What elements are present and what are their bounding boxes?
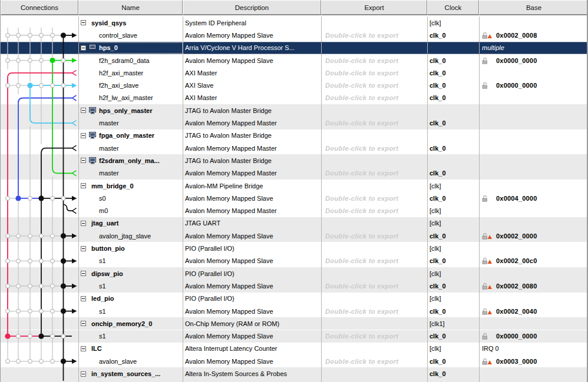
clock-cell[interactable]: clk_0 <box>427 54 479 67</box>
collapse-minus-icon[interactable] <box>81 133 86 138</box>
base-cell[interactable] <box>479 16 588 29</box>
export-cell[interactable]: Double-click to export <box>321 54 427 67</box>
export-cell[interactable]: Double-click to export <box>321 330 427 343</box>
module-row-hps_0[interactable]: hps_0Arria V/Cyclone V Hard Processor S.… <box>1 42 588 54</box>
module-row-dipsw_pio[interactable]: dipsw_pioPIO (Parallel I/O)[clk] <box>1 267 588 280</box>
name-cell[interactable]: s1 <box>78 330 183 343</box>
name-cell[interactable]: dipsw_pio <box>78 267 183 280</box>
collapse-minus-icon[interactable] <box>81 221 86 226</box>
export-cell[interactable] <box>321 16 427 29</box>
lock-with-red-flag-icon[interactable] <box>482 32 493 39</box>
export-cell[interactable] <box>321 317 427 330</box>
name-cell[interactable]: f2h_sdram0_data <box>78 54 183 67</box>
module-row-fpga_only_master[interactable]: fpga_only_masterJTAG to Avalon Master Br… <box>1 129 588 142</box>
name-cell[interactable]: s1 <box>78 255 183 267</box>
base-cell[interactable] <box>479 104 588 117</box>
export-cell[interactable]: Double-click to export <box>321 92 427 104</box>
name-cell[interactable]: control_slave <box>78 29 183 41</box>
module-row-led_pio[interactable]: led_pioPIO (Parallel I/O)[clk] <box>1 293 588 305</box>
base-address[interactable]: 0x0002_0080 <box>496 283 537 290</box>
name-cell[interactable]: mm_bridge_0 <box>78 180 183 192</box>
clock-cell[interactable] <box>427 129 479 142</box>
clock-cell[interactable]: [clk] <box>427 267 479 280</box>
name-cell[interactable]: master <box>78 167 183 180</box>
port-row-f2h_sdram0_data[interactable]: f2h_sdram0_dataAvalon Memory Mapped Slav… <box>1 54 588 67</box>
collapse-minus-icon[interactable] <box>81 271 86 276</box>
base-cell[interactable] <box>479 167 588 180</box>
lock-with-red-flag-icon[interactable] <box>482 283 493 290</box>
name-cell[interactable]: s1 <box>78 305 183 317</box>
export-placeholder-text[interactable]: Double-click to export <box>325 358 398 365</box>
base-address[interactable]: 0x0000_0000 <box>496 82 537 89</box>
port-row-s1[interactable]: s1Avalon Memory Mapped SlaveDouble-click… <box>1 305 588 317</box>
column-separator[interactable] <box>321 16 322 382</box>
base-cell[interactable]: 0x0002_0008 <box>479 29 588 41</box>
base-address[interactable]: 0x0002_00c0 <box>496 257 537 264</box>
collapse-minus-icon[interactable] <box>81 371 86 377</box>
export-placeholder-text[interactable]: Double-click to export <box>325 232 398 240</box>
export-placeholder-text[interactable]: Double-click to export <box>325 257 398 264</box>
clock-cell[interactable]: [clk] <box>427 343 479 355</box>
export-placeholder-text[interactable]: Double-click to export <box>325 69 398 77</box>
export-placeholder-text[interactable]: Double-click to export <box>325 333 398 340</box>
column-separator[interactable] <box>183 16 183 382</box>
export-cell[interactable]: Double-click to export <box>321 192 427 204</box>
export-cell[interactable] <box>321 42 427 54</box>
export-cell[interactable] <box>321 242 427 254</box>
port-row-master[interactable]: masterAvalon Memory Mapped MasterDouble-… <box>1 117 588 129</box>
clock-cell[interactable]: clk_0 <box>427 67 479 79</box>
port-row-control_slave[interactable]: control_slaveAvalon Memory Mapped SlaveD… <box>1 29 588 41</box>
name-cell[interactable]: button_pio <box>78 242 183 254</box>
export-cell[interactable]: Double-click to export <box>321 205 427 217</box>
clock-cell[interactable]: clk_0 <box>427 330 479 343</box>
column-separator[interactable] <box>427 16 428 382</box>
export-placeholder-text[interactable]: Double-click to export <box>325 283 398 290</box>
clock-cell[interactable]: clk_0 <box>427 29 479 41</box>
clock-cell[interactable]: clk_0 <box>427 192 479 204</box>
base-cell[interactable] <box>479 129 588 142</box>
name-cell[interactable]: master <box>78 142 183 154</box>
clock-cell[interactable] <box>427 42 479 54</box>
base-cell[interactable] <box>479 367 588 380</box>
port-row-s1[interactable]: s1Avalon Memory Mapped SlaveDouble-click… <box>1 280 588 292</box>
port-row-s1[interactable]: s1Avalon Memory Mapped SlaveDouble-click… <box>1 255 588 267</box>
port-row-avalon_jtag_slave[interactable]: avalon_jtag_slaveAvalon Memory Mapped Sl… <box>1 230 588 242</box>
collapse-minus-icon[interactable] <box>81 45 86 51</box>
port-row-h2f_axi_master[interactable]: h2f_axi_masterAXI MasterDouble-click to … <box>1 67 588 79</box>
port-row-s1[interactable]: s1Avalon Memory Mapped SlaveDouble-click… <box>1 330 588 343</box>
unlocked-lock-icon[interactable] <box>482 82 493 89</box>
base-cell[interactable] <box>479 92 588 104</box>
export-cell[interactable]: Double-click to export <box>321 29 427 41</box>
port-row-avalon_slave[interactable]: avalon_slaveAvalon Memory Mapped SlaveDo… <box>1 355 588 367</box>
name-cell[interactable]: s1 <box>78 280 183 292</box>
lock-with-red-flag-icon[interactable] <box>482 232 493 240</box>
clock-cell[interactable]: clk_0 <box>427 142 479 154</box>
collapse-minus-icon[interactable] <box>81 346 86 351</box>
base-address[interactable]: 0x0002_0008 <box>496 32 537 39</box>
name-cell[interactable]: jtag_uart <box>78 217 183 230</box>
port-row-master[interactable]: masterAvalon Memory Mapped MasterDouble-… <box>1 142 588 154</box>
export-placeholder-text[interactable]: Double-click to export <box>325 308 398 315</box>
base-cell[interactable]: IRQ 0 <box>479 343 588 355</box>
base-cell[interactable] <box>479 317 588 330</box>
name-cell[interactable]: led_pio <box>78 293 183 305</box>
name-cell[interactable]: avalon_slave <box>78 355 183 367</box>
base-address[interactable]: 0x0000_0000 <box>496 57 537 64</box>
base-cell[interactable]: 0x0002_0080 <box>479 280 588 292</box>
export-cell[interactable] <box>321 104 427 117</box>
export-cell[interactable]: Double-click to export <box>321 230 427 242</box>
clock-cell[interactable]: [clk1] <box>427 317 479 330</box>
clock-cell[interactable]: clk_0 <box>427 117 479 129</box>
module-row-button_pio[interactable]: button_pioPIO (Parallel I/O)[clk] <box>1 242 588 254</box>
base-cell[interactable] <box>479 142 588 154</box>
base-cell[interactable] <box>479 205 588 217</box>
name-cell[interactable]: onchip_memory2_0 <box>78 317 183 330</box>
name-cell[interactable]: master <box>78 117 183 129</box>
name-cell[interactable]: f2h_axi_slave <box>78 79 183 92</box>
export-placeholder-text[interactable]: Double-click to export <box>325 57 398 64</box>
clock-cell[interactable]: [clk] <box>427 217 479 230</box>
base-cell[interactable]: 0x0000_0000 <box>479 330 588 343</box>
module-row-hps_only_master[interactable]: hps_only_masterJTAG to Avalon Master Bri… <box>1 104 588 117</box>
export-cell[interactable]: Double-click to export <box>321 67 427 79</box>
export-placeholder-text[interactable]: Double-click to export <box>325 207 398 214</box>
